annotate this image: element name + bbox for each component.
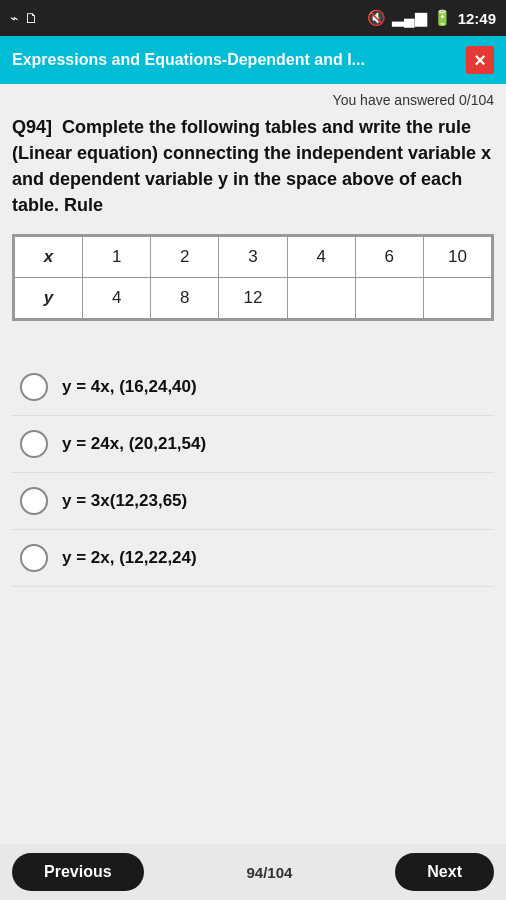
table-cell-y: y [15, 278, 83, 319]
table-cell-y2: 8 [151, 278, 219, 319]
header-title: Expressions and Equations-Dependent and … [12, 51, 466, 69]
mute-icon: 🔇 [367, 9, 386, 27]
clock: 12:49 [458, 10, 496, 27]
option-d-label: y = 2x, (12,22,24) [62, 548, 197, 568]
option-b-label: y = 24x, (20,21,54) [62, 434, 206, 454]
options-container: y = 4x, (16,24,40) y = 24x, (20,21,54) y… [12, 359, 494, 587]
close-button[interactable]: × [466, 46, 494, 74]
status-bar-right: 🔇 ▂▄▆ 🔋 12:49 [367, 9, 496, 27]
signal-icon: ▂▄▆ [392, 9, 427, 27]
option-b[interactable]: y = 24x, (20,21,54) [12, 416, 494, 473]
table-data-row: y 4 8 12 [15, 278, 492, 319]
previous-button[interactable]: Previous [12, 853, 144, 891]
bottom-bar: Previous 94/104 Next [0, 844, 506, 900]
next-button[interactable]: Next [395, 853, 494, 891]
table-header-row: x 1 2 3 4 6 10 [15, 237, 492, 278]
content-area: You have answered 0/104 Q94] Complete th… [0, 84, 506, 844]
table-cell-y10 [423, 278, 491, 319]
radio-d[interactable] [20, 544, 48, 572]
radio-b[interactable] [20, 430, 48, 458]
question-text: Q94] Complete the following tables and w… [12, 114, 494, 218]
option-a-label: y = 4x, (16,24,40) [62, 377, 197, 397]
radio-c[interactable] [20, 487, 48, 515]
option-c[interactable]: y = 3x(12,23,65) [12, 473, 494, 530]
table-cell-2: 2 [151, 237, 219, 278]
option-a[interactable]: y = 4x, (16,24,40) [12, 359, 494, 416]
header-bar: Expressions and Equations-Dependent and … [0, 36, 506, 84]
table-cell-3: 3 [219, 237, 287, 278]
option-c-label: y = 3x(12,23,65) [62, 491, 187, 511]
table-cell-y6 [355, 278, 423, 319]
status-bar-left: ⌁ 🗋 [10, 10, 38, 26]
file-icon: 🗋 [24, 10, 38, 26]
battery-icon: 🔋 [433, 9, 452, 27]
status-bar: ⌁ 🗋 🔇 ▂▄▆ 🔋 12:49 [0, 0, 506, 36]
question-body: Complete the following tables and write … [12, 117, 491, 215]
table-cell-6: 6 [355, 237, 423, 278]
answered-text: You have answered 0/104 [12, 92, 494, 108]
question-number: Q94] [12, 117, 52, 137]
table-cell-10: 10 [423, 237, 491, 278]
page-indicator: 94/104 [247, 864, 293, 881]
table-cell-y4 [287, 278, 355, 319]
table-cell-1: 1 [83, 237, 151, 278]
table-cell-y3: 12 [219, 278, 287, 319]
table-cell-4: 4 [287, 237, 355, 278]
data-table: x 1 2 3 4 6 10 y 4 8 12 [12, 234, 494, 321]
usb-icon: ⌁ [10, 10, 18, 26]
radio-a[interactable] [20, 373, 48, 401]
table-cell-x: x [15, 237, 83, 278]
option-d[interactable]: y = 2x, (12,22,24) [12, 530, 494, 587]
table-cell-y1: 4 [83, 278, 151, 319]
